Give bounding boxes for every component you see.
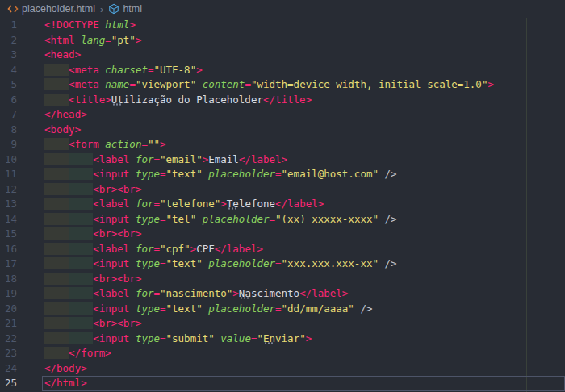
breadcrumb: placeholder.html › html (0, 0, 565, 18)
code-line-22[interactable]: 22 <input type="submit" value="Enviar"> (0, 332, 565, 347)
line-content[interactable]: <html lang="pt"> (42, 33, 565, 48)
code-line-5[interactable]: 5 <meta name="viewport" content="width=d… (0, 77, 565, 93)
line-number: 24 (0, 361, 42, 377)
line-number: 5 (0, 77, 42, 93)
line-number: 13 (0, 197, 42, 212)
line-number: 7 (0, 107, 42, 123)
code-line-6[interactable]: 6 <title>Utilização do Placeholder</titl… (0, 93, 565, 108)
code-line-16[interactable]: 16 <label for="cpf">CPF</label> (0, 242, 565, 257)
line-content[interactable]: <title>Utilização do Placeholder</title> (42, 93, 565, 108)
breadcrumb-symbol-label: html (123, 3, 142, 15)
line-number: 10 (0, 152, 42, 168)
line-content[interactable]: <head> (42, 48, 565, 63)
code-line-10[interactable]: 10 <label for="email">Email</label> (0, 152, 565, 168)
breadcrumb-file[interactable]: placeholder.html (5, 3, 98, 15)
line-number: 2 (0, 33, 42, 48)
line-number: 18 (0, 272, 42, 287)
code-line-8[interactable]: 8<body> (0, 123, 565, 138)
code-line-24[interactable]: 24</body> (0, 361, 565, 377)
code-line-13[interactable]: 13 <label for="telefone">Telefone</label… (0, 197, 565, 212)
code-line-9[interactable]: 9 <form action=""> (0, 137, 565, 152)
code-line-25[interactable]: 25</html> (0, 376, 565, 391)
breadcrumb-separator: › (98, 3, 106, 15)
line-content[interactable]: <body> (42, 123, 565, 138)
line-content[interactable]: <br><br> (42, 227, 565, 242)
breadcrumb-symbol[interactable]: html (106, 3, 144, 15)
line-number: 25 (0, 376, 42, 391)
code-line-4[interactable]: 4 <meta charset="UTF-8"> (0, 63, 565, 78)
code-line-11[interactable]: 11 <input type="text" placeholder="email… (0, 167, 565, 182)
code-line-20[interactable]: 20 <input type="text" placeholder="dd/mm… (0, 302, 565, 317)
code-line-23[interactable]: 23 </form> (0, 346, 565, 361)
html-file-icon (7, 4, 19, 14)
symbol-cube-icon (108, 3, 119, 15)
line-number: 17 (0, 256, 42, 272)
line-number: 23 (0, 346, 42, 361)
line-number: 12 (0, 182, 42, 198)
line-content[interactable]: </head> (42, 107, 565, 123)
line-number: 3 (0, 48, 42, 63)
code-line-19[interactable]: 19 <label for="nascimento">Nascimento</l… (0, 286, 565, 302)
line-content[interactable]: <br><br> (42, 316, 565, 332)
line-content[interactable]: <!DOCTYPE html> (42, 18, 565, 33)
line-content[interactable]: <meta name="viewport" content="width=dev… (42, 77, 565, 93)
line-content[interactable]: <form action=""> (42, 137, 565, 152)
code-line-21[interactable]: 21 <br><br> (0, 316, 565, 332)
code-area: 1<!DOCTYPE html>2<html lang="pt">3<head>… (0, 18, 565, 391)
line-content[interactable]: <label for="nascimento">Nascimento</labe… (42, 286, 565, 302)
line-number: 8 (0, 123, 42, 138)
line-content[interactable]: <meta charset="UTF-8"> (42, 63, 565, 78)
line-number: 19 (0, 286, 42, 302)
code-line-12[interactable]: 12 <br><br> (0, 182, 565, 198)
line-content[interactable]: <label for="email">Email</label> (42, 152, 565, 168)
code-line-17[interactable]: 17 <input type="text" placeholder="xxx.x… (0, 256, 565, 272)
line-number: 11 (0, 167, 42, 182)
code-line-14[interactable]: 14 <input type="tel" placeholder="(xx) x… (0, 212, 565, 227)
line-number: 9 (0, 137, 42, 152)
line-content[interactable]: <input type="text" placeholder="dd/mm/aa… (42, 302, 565, 317)
line-content[interactable]: <input type="text" placeholder="xxx.xxx.… (42, 256, 565, 272)
line-content[interactable]: </body> (42, 361, 565, 377)
line-number: 21 (0, 316, 42, 332)
line-content[interactable]: <input type="submit" value="Enviar"> (42, 332, 565, 347)
line-content[interactable]: <input type="tel" placeholder="(xx) xxxx… (42, 212, 565, 227)
line-content[interactable]: <label for="telefone">Telefone</label> (42, 197, 565, 212)
line-number: 15 (0, 227, 42, 242)
line-content[interactable]: <br><br> (42, 182, 565, 198)
code-line-7[interactable]: 7</head> (0, 107, 565, 123)
code-line-18[interactable]: 18 <br><br> (0, 272, 565, 287)
line-number: 14 (0, 212, 42, 227)
breadcrumb-file-label: placeholder.html (22, 3, 95, 15)
line-content[interactable]: <label for="cpf">CPF</label> (42, 242, 565, 257)
line-number: 16 (0, 242, 42, 257)
line-content[interactable]: </form> (42, 346, 565, 361)
line-number: 6 (0, 93, 42, 108)
code-line-2[interactable]: 2<html lang="pt"> (0, 33, 565, 48)
line-content[interactable]: </html> (42, 376, 565, 391)
code-editor[interactable]: 1<!DOCTYPE html>2<html lang="pt">3<head>… (0, 18, 565, 392)
line-content[interactable]: <br><br> (42, 272, 565, 287)
line-number: 1 (0, 18, 42, 33)
code-line-15[interactable]: 15 <br><br> (0, 227, 565, 242)
line-number: 22 (0, 332, 42, 347)
line-number: 20 (0, 302, 42, 317)
line-number: 4 (0, 63, 42, 78)
code-line-3[interactable]: 3<head> (0, 48, 565, 63)
line-content[interactable]: <input type="text" placeholder="email@ho… (42, 167, 565, 182)
code-line-1[interactable]: 1<!DOCTYPE html> (0, 18, 565, 33)
